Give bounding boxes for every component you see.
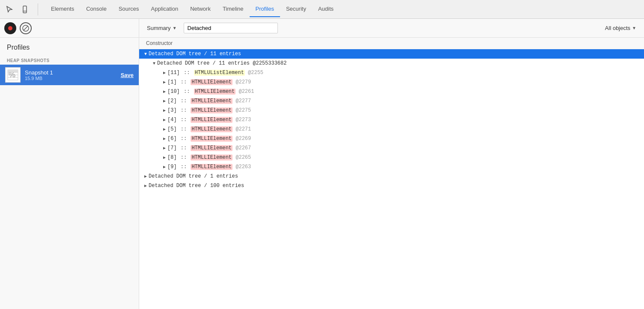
expand-arrow-3: ▶: [161, 98, 167, 104]
entry-tag-10: HTMLLIElement: [191, 164, 233, 170]
snapshot-info: Snapshot 1 15.9 MB: [25, 69, 121, 81]
expand-arrow-b1: ▶: [143, 183, 149, 188]
entry-index-9: [8]: [167, 154, 177, 160]
table-row[interactable]: ▶ [2] :: HTMLLIElement @2277: [139, 96, 644, 106]
expand-arrow-4: ▶: [161, 108, 167, 113]
tree-row-bottom-1[interactable]: ▶ Detached DOM tree / 100 entries: [139, 181, 644, 190]
table-row[interactable]: ▶ [8] :: HTMLLIElement @2265: [139, 153, 644, 162]
expand-arrow-8: ▶: [161, 146, 167, 151]
summary-dropdown[interactable]: Summary ▼: [143, 23, 181, 33]
tree-row-selected[interactable]: ▼ Detached DOM tree / 11 entries: [139, 49, 644, 59]
table-row[interactable]: ▶ [11] :: HTMLUListElement @2255: [139, 68, 644, 77]
tab-application[interactable]: Application: [145, 1, 185, 17]
entry-index-4: [3]: [167, 107, 177, 113]
expand-arrow-0: ▶: [161, 70, 167, 75]
content-area: Summary ▼ All objects ▼ Constructor ▼ De…: [139, 19, 644, 309]
entry-id-7: @2269: [233, 136, 251, 142]
table-row[interactable]: ▶ [1] :: HTMLLIElement @2279: [139, 77, 644, 87]
tab-sources[interactable]: Sources: [113, 1, 145, 17]
entry-index-2: [10]: [167, 89, 180, 95]
entry-id-5: @2273: [233, 117, 251, 123]
expand-arrow-9: ▶: [161, 155, 167, 160]
collapse-arrow: ▼: [143, 52, 149, 56]
snapshot-item[interactable]: % Snapshot 1 15.9 MB Save: [0, 65, 139, 85]
entry-index-6: [5]: [167, 126, 177, 132]
bottom-label-1: Detached DOM tree / 100 entries: [149, 183, 244, 189]
tab-elements[interactable]: Elements: [45, 1, 80, 17]
tree-row-level1[interactable]: ▼ Detached DOM tree / 11 entries @225533…: [139, 59, 644, 68]
tab-console[interactable]: Console: [80, 1, 113, 17]
entry-index-1: [1]: [167, 79, 177, 85]
entry-id-0: @2255: [245, 70, 263, 76]
entry-tag-1: HTMLLIElement: [191, 79, 233, 85]
entry-tag-2: HTMLLIElement: [194, 89, 236, 95]
expand-arrow-2: ▶: [161, 89, 167, 94]
entry-tag-6: HTMLLIElement: [191, 126, 233, 132]
entry-tag-0: HTMLUListElement: [194, 70, 245, 76]
snapshot-name: Snapshot 1: [25, 69, 121, 76]
tab-audits[interactable]: Audits: [312, 1, 340, 17]
tab-network[interactable]: Network: [184, 1, 217, 17]
sidebar-title: Profiles: [0, 38, 139, 55]
devtools-icons: [3, 3, 38, 15]
snapshot-save-button[interactable]: Save: [121, 72, 134, 78]
entry-tag-3: HTMLLIElement: [191, 98, 233, 104]
entry-tag-7: HTMLLIElement: [191, 136, 233, 142]
table-row[interactable]: ▶ [6] :: HTMLLIElement @2269: [139, 134, 644, 143]
bottom-label-0: Detached DOM tree / 1 entries: [149, 173, 238, 179]
expand-arrow-10: ▶: [161, 164, 167, 169]
top-nav: Elements Console Sources Application Net…: [0, 0, 644, 19]
summary-label: Summary: [147, 25, 171, 31]
entry-id-2: @2261: [236, 89, 254, 95]
entry-id-3: @2277: [233, 98, 251, 104]
expand-arrow-1: ▶: [161, 80, 167, 85]
tab-profiles[interactable]: Profiles: [250, 1, 280, 17]
table-row[interactable]: ▶ [5] :: HTMLLIElement @2271: [139, 125, 644, 134]
all-objects-dropdown[interactable]: All objects ▼: [601, 23, 641, 33]
entry-tag-5: HTMLLIElement: [191, 117, 233, 123]
svg-rect-6: [8, 70, 18, 72]
table-row[interactable]: ▶ [3] :: HTMLLIElement @2275: [139, 106, 644, 115]
snapshot-size: 15.9 MB: [25, 76, 121, 81]
selected-row-label: Detached DOM tree / 11 entries: [149, 51, 241, 57]
expand-arrow-7: ▶: [161, 136, 167, 141]
entry-index-8: [7]: [167, 145, 177, 151]
summary-dropdown-arrow: ▼: [173, 26, 177, 30]
nav-tabs: Elements Console Sources Application Net…: [45, 1, 641, 17]
expand-arrow-b0: ▶: [143, 174, 149, 179]
record-button[interactable]: [4, 22, 16, 34]
tree-row-bottom-0[interactable]: ▶ Detached DOM tree / 1 entries: [139, 172, 644, 181]
table-row[interactable]: ▶ [7] :: HTMLLIElement @2267: [139, 143, 644, 153]
entry-index-10: [9]: [167, 164, 177, 170]
clear-button[interactable]: [20, 22, 32, 34]
table-row[interactable]: ▶ [4] :: HTMLLIElement @2273: [139, 115, 644, 125]
expand-arrow-l1: ▼: [151, 61, 157, 66]
tab-security[interactable]: Security: [280, 1, 312, 17]
entry-index-0: [11]: [167, 70, 180, 76]
entry-tag-4: HTMLLIElement: [191, 107, 233, 113]
tree-content[interactable]: ▼ Detached DOM tree / 11 entries ▼ Detac…: [139, 49, 644, 309]
sidebar-section-title: HEAP SNAPSHOTS: [0, 55, 139, 65]
entry-index-5: [4]: [167, 117, 177, 123]
entry-id-1: @2279: [233, 79, 251, 85]
content-toolbar: Summary ▼ All objects ▼: [139, 19, 644, 38]
expand-arrow-6: ▶: [161, 127, 167, 132]
constructor-header: Constructor: [139, 38, 644, 49]
table-row[interactable]: ▶ [9] :: HTMLLIElement @2263: [139, 162, 644, 172]
entry-id-6: @2271: [233, 126, 251, 132]
cursor-icon[interactable]: [3, 3, 15, 15]
entry-id-9: @2265: [233, 154, 251, 160]
entry-index-7: [6]: [167, 136, 177, 142]
svg-line-3: [24, 26, 28, 30]
entry-id-4: @2275: [233, 107, 251, 113]
tab-timeline[interactable]: Timeline: [217, 1, 250, 17]
entry-tag-9: HTMLLIElement: [191, 154, 233, 160]
svg-rect-0: [23, 6, 27, 13]
entry-tag-8: HTMLLIElement: [191, 145, 233, 151]
entry-id-10: @2263: [233, 164, 251, 170]
mobile-icon[interactable]: [19, 3, 31, 15]
table-row[interactable]: ▶ [10] :: HTMLLIElement @2261: [139, 87, 644, 96]
filter-input[interactable]: [184, 23, 278, 33]
level1-label: Detached DOM tree / 11 entries @22553336…: [157, 60, 286, 66]
all-objects-arrow: ▼: [632, 26, 636, 30]
